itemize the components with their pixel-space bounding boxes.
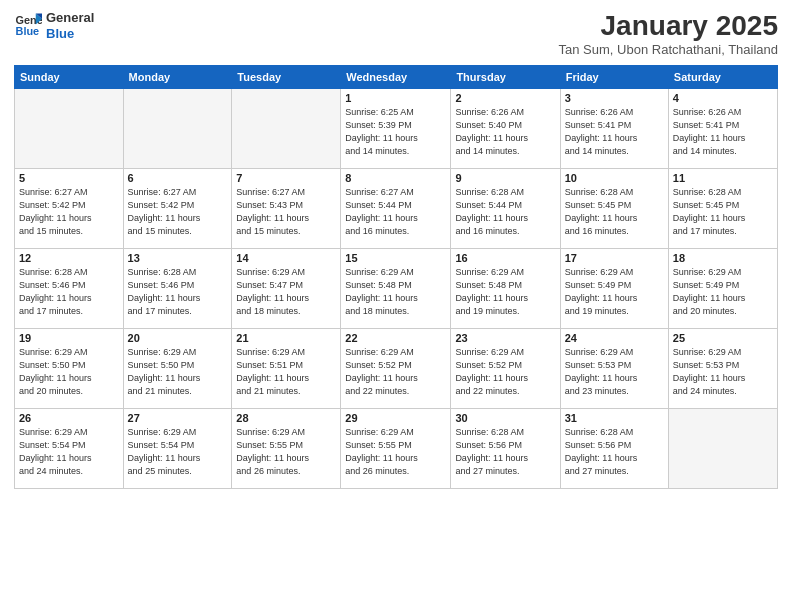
day-number: 3 bbox=[565, 92, 664, 104]
day-info: Sunrise: 6:26 AM Sunset: 5:41 PM Dayligh… bbox=[565, 106, 664, 158]
day-info: Sunrise: 6:29 AM Sunset: 5:48 PM Dayligh… bbox=[455, 266, 555, 318]
day-info: Sunrise: 6:29 AM Sunset: 5:50 PM Dayligh… bbox=[19, 346, 119, 398]
calendar-cell: 16Sunrise: 6:29 AM Sunset: 5:48 PM Dayli… bbox=[451, 249, 560, 329]
day-info: Sunrise: 6:27 AM Sunset: 5:42 PM Dayligh… bbox=[128, 186, 228, 238]
calendar-cell: 26Sunrise: 6:29 AM Sunset: 5:54 PM Dayli… bbox=[15, 409, 124, 489]
logo-icon: General Blue bbox=[14, 12, 42, 40]
calendar-cell: 15Sunrise: 6:29 AM Sunset: 5:48 PM Dayli… bbox=[341, 249, 451, 329]
calendar-week-row: 19Sunrise: 6:29 AM Sunset: 5:50 PM Dayli… bbox=[15, 329, 778, 409]
calendar-cell: 30Sunrise: 6:28 AM Sunset: 5:56 PM Dayli… bbox=[451, 409, 560, 489]
day-info: Sunrise: 6:29 AM Sunset: 5:52 PM Dayligh… bbox=[455, 346, 555, 398]
calendar-cell bbox=[668, 409, 777, 489]
calendar: Sunday Monday Tuesday Wednesday Thursday… bbox=[14, 65, 778, 489]
calendar-cell: 10Sunrise: 6:28 AM Sunset: 5:45 PM Dayli… bbox=[560, 169, 668, 249]
day-info: Sunrise: 6:29 AM Sunset: 5:54 PM Dayligh… bbox=[128, 426, 228, 478]
day-info: Sunrise: 6:29 AM Sunset: 5:47 PM Dayligh… bbox=[236, 266, 336, 318]
calendar-cell: 8Sunrise: 6:27 AM Sunset: 5:44 PM Daylig… bbox=[341, 169, 451, 249]
day-info: Sunrise: 6:29 AM Sunset: 5:55 PM Dayligh… bbox=[236, 426, 336, 478]
day-info: Sunrise: 6:29 AM Sunset: 5:49 PM Dayligh… bbox=[673, 266, 773, 318]
day-number: 5 bbox=[19, 172, 119, 184]
day-number: 11 bbox=[673, 172, 773, 184]
logo-line2: Blue bbox=[46, 26, 74, 41]
day-number: 29 bbox=[345, 412, 446, 424]
header-monday: Monday bbox=[123, 66, 232, 89]
logo: General Blue General Blue bbox=[14, 10, 94, 41]
day-info: Sunrise: 6:29 AM Sunset: 5:55 PM Dayligh… bbox=[345, 426, 446, 478]
day-number: 24 bbox=[565, 332, 664, 344]
calendar-cell: 21Sunrise: 6:29 AM Sunset: 5:51 PM Dayli… bbox=[232, 329, 341, 409]
calendar-cell: 11Sunrise: 6:28 AM Sunset: 5:45 PM Dayli… bbox=[668, 169, 777, 249]
day-info: Sunrise: 6:29 AM Sunset: 5:52 PM Dayligh… bbox=[345, 346, 446, 398]
day-info: Sunrise: 6:29 AM Sunset: 5:54 PM Dayligh… bbox=[19, 426, 119, 478]
day-info: Sunrise: 6:29 AM Sunset: 5:53 PM Dayligh… bbox=[565, 346, 664, 398]
calendar-cell bbox=[15, 89, 124, 169]
calendar-cell: 19Sunrise: 6:29 AM Sunset: 5:50 PM Dayli… bbox=[15, 329, 124, 409]
logo-text: General Blue bbox=[46, 10, 94, 41]
subtitle: Tan Sum, Ubon Ratchathani, Thailand bbox=[559, 42, 778, 57]
day-number: 27 bbox=[128, 412, 228, 424]
day-number: 20 bbox=[128, 332, 228, 344]
calendar-cell: 28Sunrise: 6:29 AM Sunset: 5:55 PM Dayli… bbox=[232, 409, 341, 489]
header-sunday: Sunday bbox=[15, 66, 124, 89]
calendar-header-row: Sunday Monday Tuesday Wednesday Thursday… bbox=[15, 66, 778, 89]
day-number: 19 bbox=[19, 332, 119, 344]
day-info: Sunrise: 6:28 AM Sunset: 5:56 PM Dayligh… bbox=[565, 426, 664, 478]
day-number: 28 bbox=[236, 412, 336, 424]
day-number: 14 bbox=[236, 252, 336, 264]
calendar-cell: 27Sunrise: 6:29 AM Sunset: 5:54 PM Dayli… bbox=[123, 409, 232, 489]
calendar-week-row: 26Sunrise: 6:29 AM Sunset: 5:54 PM Dayli… bbox=[15, 409, 778, 489]
day-number: 13 bbox=[128, 252, 228, 264]
day-number: 25 bbox=[673, 332, 773, 344]
day-info: Sunrise: 6:28 AM Sunset: 5:44 PM Dayligh… bbox=[455, 186, 555, 238]
calendar-cell: 18Sunrise: 6:29 AM Sunset: 5:49 PM Dayli… bbox=[668, 249, 777, 329]
day-number: 16 bbox=[455, 252, 555, 264]
day-number: 31 bbox=[565, 412, 664, 424]
day-number: 30 bbox=[455, 412, 555, 424]
calendar-cell: 12Sunrise: 6:28 AM Sunset: 5:46 PM Dayli… bbox=[15, 249, 124, 329]
calendar-cell bbox=[123, 89, 232, 169]
calendar-cell: 13Sunrise: 6:28 AM Sunset: 5:46 PM Dayli… bbox=[123, 249, 232, 329]
day-number: 23 bbox=[455, 332, 555, 344]
calendar-cell: 2Sunrise: 6:26 AM Sunset: 5:40 PM Daylig… bbox=[451, 89, 560, 169]
day-number: 7 bbox=[236, 172, 336, 184]
calendar-cell: 25Sunrise: 6:29 AM Sunset: 5:53 PM Dayli… bbox=[668, 329, 777, 409]
day-number: 1 bbox=[345, 92, 446, 104]
calendar-week-row: 1Sunrise: 6:25 AM Sunset: 5:39 PM Daylig… bbox=[15, 89, 778, 169]
day-number: 2 bbox=[455, 92, 555, 104]
day-number: 21 bbox=[236, 332, 336, 344]
day-info: Sunrise: 6:29 AM Sunset: 5:49 PM Dayligh… bbox=[565, 266, 664, 318]
day-number: 8 bbox=[345, 172, 446, 184]
header-thursday: Thursday bbox=[451, 66, 560, 89]
day-info: Sunrise: 6:28 AM Sunset: 5:45 PM Dayligh… bbox=[565, 186, 664, 238]
calendar-cell: 7Sunrise: 6:27 AM Sunset: 5:43 PM Daylig… bbox=[232, 169, 341, 249]
day-info: Sunrise: 6:28 AM Sunset: 5:46 PM Dayligh… bbox=[19, 266, 119, 318]
calendar-cell: 20Sunrise: 6:29 AM Sunset: 5:50 PM Dayli… bbox=[123, 329, 232, 409]
day-number: 15 bbox=[345, 252, 446, 264]
header-wednesday: Wednesday bbox=[341, 66, 451, 89]
calendar-cell: 1Sunrise: 6:25 AM Sunset: 5:39 PM Daylig… bbox=[341, 89, 451, 169]
title-block: January 2025 Tan Sum, Ubon Ratchathani, … bbox=[559, 10, 778, 57]
day-number: 22 bbox=[345, 332, 446, 344]
calendar-cell: 17Sunrise: 6:29 AM Sunset: 5:49 PM Dayli… bbox=[560, 249, 668, 329]
header-saturday: Saturday bbox=[668, 66, 777, 89]
svg-text:Blue: Blue bbox=[16, 25, 40, 37]
day-info: Sunrise: 6:29 AM Sunset: 5:50 PM Dayligh… bbox=[128, 346, 228, 398]
day-info: Sunrise: 6:25 AM Sunset: 5:39 PM Dayligh… bbox=[345, 106, 446, 158]
day-info: Sunrise: 6:26 AM Sunset: 5:40 PM Dayligh… bbox=[455, 106, 555, 158]
calendar-week-row: 5Sunrise: 6:27 AM Sunset: 5:42 PM Daylig… bbox=[15, 169, 778, 249]
day-number: 18 bbox=[673, 252, 773, 264]
calendar-cell: 4Sunrise: 6:26 AM Sunset: 5:41 PM Daylig… bbox=[668, 89, 777, 169]
calendar-cell: 22Sunrise: 6:29 AM Sunset: 5:52 PM Dayli… bbox=[341, 329, 451, 409]
header-friday: Friday bbox=[560, 66, 668, 89]
calendar-cell: 3Sunrise: 6:26 AM Sunset: 5:41 PM Daylig… bbox=[560, 89, 668, 169]
calendar-cell: 31Sunrise: 6:28 AM Sunset: 5:56 PM Dayli… bbox=[560, 409, 668, 489]
header-tuesday: Tuesday bbox=[232, 66, 341, 89]
day-info: Sunrise: 6:28 AM Sunset: 5:46 PM Dayligh… bbox=[128, 266, 228, 318]
day-info: Sunrise: 6:27 AM Sunset: 5:42 PM Dayligh… bbox=[19, 186, 119, 238]
day-number: 26 bbox=[19, 412, 119, 424]
calendar-cell: 24Sunrise: 6:29 AM Sunset: 5:53 PM Dayli… bbox=[560, 329, 668, 409]
calendar-week-row: 12Sunrise: 6:28 AM Sunset: 5:46 PM Dayli… bbox=[15, 249, 778, 329]
page: General Blue General Blue January 2025 T… bbox=[0, 0, 792, 612]
day-number: 4 bbox=[673, 92, 773, 104]
calendar-cell: 14Sunrise: 6:29 AM Sunset: 5:47 PM Dayli… bbox=[232, 249, 341, 329]
